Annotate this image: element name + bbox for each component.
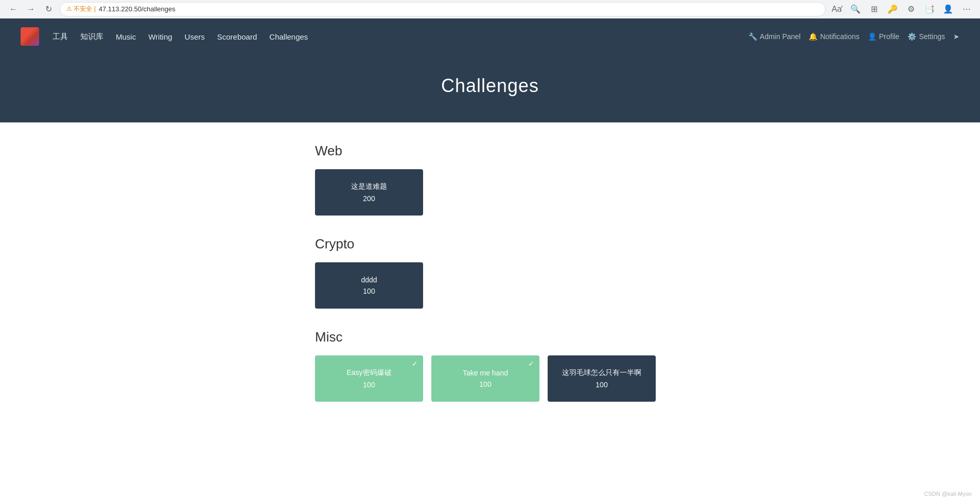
- category-misc: Misc ✓ Easy密码爆破 100 ✓ Take me hand 100 这…: [315, 329, 799, 402]
- challenge-card-c4[interactable]: ✓ Take me hand 100: [431, 355, 539, 402]
- bell-icon: 🔔: [809, 32, 817, 41]
- category-web: Web 这是道难题 200: [315, 143, 799, 216]
- back-button[interactable]: ←: [6, 2, 21, 16]
- settings-icon: ⚙️: [907, 32, 916, 41]
- nav-item-knowledge[interactable]: 知识库: [79, 30, 104, 44]
- splitscreen-icon[interactable]: ⊞: [867, 2, 881, 16]
- watermark: CSDN @kali-Myon: [924, 491, 972, 497]
- forward-button[interactable]: →: [24, 2, 38, 16]
- collections-icon[interactable]: 📑: [922, 2, 937, 16]
- notifications-label: Notifications: [820, 32, 859, 41]
- web-challenges-grid: 这是道难题 200: [315, 169, 799, 216]
- notifications-link[interactable]: 🔔 Notifications: [809, 32, 859, 41]
- security-warning: ⚠ 不安全 |: [66, 5, 96, 13]
- challenge-card-c3[interactable]: ✓ Easy密码爆破 100: [315, 355, 423, 402]
- category-misc-title: Misc: [315, 329, 799, 345]
- challenge-card-c5[interactable]: 这羽毛球怎么只有一半啊 100: [548, 355, 656, 402]
- browser-nav: ← → ↻: [6, 2, 56, 16]
- navbar: 工具 知识库 Music Writing Users Scoreboard Ch…: [0, 19, 980, 55]
- logout-link[interactable]: ➤: [953, 32, 959, 41]
- challenge-name-c1: 这是道难题: [346, 182, 392, 191]
- admin-panel-label: Admin Panel: [760, 32, 800, 41]
- misc-challenges-grid: ✓ Easy密码爆破 100 ✓ Take me hand 100 这羽毛球怎么…: [315, 355, 799, 402]
- navbar-nav: 工具 知识库 Music Writing Users Scoreboard Ch…: [51, 30, 309, 44]
- settings-label: Settings: [919, 32, 945, 41]
- nav-item-tools[interactable]: 工具: [51, 30, 69, 44]
- more-icon[interactable]: ⋯: [959, 2, 974, 16]
- translate-icon[interactable]: Aẚ: [830, 2, 844, 16]
- search-icon[interactable]: 🔍: [848, 2, 863, 16]
- page-title: Challenges: [0, 75, 980, 97]
- challenge-points-c5: 100: [596, 381, 607, 389]
- site-logo[interactable]: [21, 27, 39, 46]
- user-icon: 👤: [868, 32, 877, 41]
- crypto-challenges-grid: dddd 100: [315, 262, 799, 309]
- category-crypto: Crypto dddd 100: [315, 236, 799, 309]
- user-avatar[interactable]: 👤: [941, 2, 955, 16]
- reload-button[interactable]: ↻: [41, 2, 56, 16]
- browser-chrome: ← → ↻ ⚠ 不安全 | 47.113.220.50/challenges A…: [0, 0, 980, 19]
- challenge-card-c2[interactable]: dddd 100: [315, 262, 423, 309]
- category-web-title: Web: [315, 143, 799, 159]
- profile-label: Profile: [879, 32, 900, 41]
- challenge-name-c5: 这羽毛球怎么只有一半啊: [557, 368, 646, 378]
- nav-item-writing[interactable]: Writing: [147, 30, 173, 43]
- settings-link[interactable]: ⚙️ Settings: [907, 32, 945, 41]
- profile-icon[interactable]: 🔑: [885, 2, 900, 16]
- challenge-points-c1: 200: [363, 194, 375, 203]
- challenge-points-c2: 100: [363, 287, 375, 295]
- extensions-icon[interactable]: ⚙: [904, 2, 918, 16]
- address-bar[interactable]: ⚠ 不安全 | 47.113.220.50/challenges: [60, 2, 826, 16]
- solved-check-c3: ✓: [412, 360, 418, 368]
- nav-item-challenges[interactable]: Challenges: [268, 30, 309, 43]
- nav-item-scoreboard[interactable]: Scoreboard: [216, 30, 258, 43]
- nav-item-users[interactable]: Users: [184, 30, 206, 43]
- solved-check-c4: ✓: [528, 360, 534, 368]
- wrench-icon: 🔧: [748, 32, 757, 41]
- challenge-points-c4: 100: [479, 380, 491, 388]
- main-content: Web 这是道难题 200 Crypto dddd 100 Misc ✓ Eas…: [181, 122, 799, 453]
- url-text: 47.113.220.50/challenges: [99, 5, 176, 13]
- challenge-name-c2: dddd: [356, 276, 382, 284]
- navbar-right: 🔧 Admin Panel 🔔 Notifications 👤 Profile …: [748, 32, 959, 41]
- challenge-name-c3: Easy密码爆破: [341, 368, 396, 378]
- profile-link[interactable]: 👤 Profile: [868, 32, 900, 41]
- hero-section: Challenges: [0, 55, 980, 122]
- nav-item-music[interactable]: Music: [115, 30, 137, 43]
- admin-panel-link[interactable]: 🔧 Admin Panel: [748, 32, 800, 41]
- browser-actions: Aẚ 🔍 ⊞ 🔑 ⚙ 📑 👤 ⋯: [830, 2, 974, 16]
- navbar-left: 工具 知识库 Music Writing Users Scoreboard Ch…: [21, 27, 309, 46]
- challenge-card-c1[interactable]: 这是道难题 200: [315, 169, 423, 216]
- challenge-name-c4: Take me hand: [458, 369, 513, 377]
- logout-icon: ➤: [953, 32, 959, 41]
- challenge-points-c3: 100: [363, 381, 375, 389]
- category-crypto-title: Crypto: [315, 236, 799, 252]
